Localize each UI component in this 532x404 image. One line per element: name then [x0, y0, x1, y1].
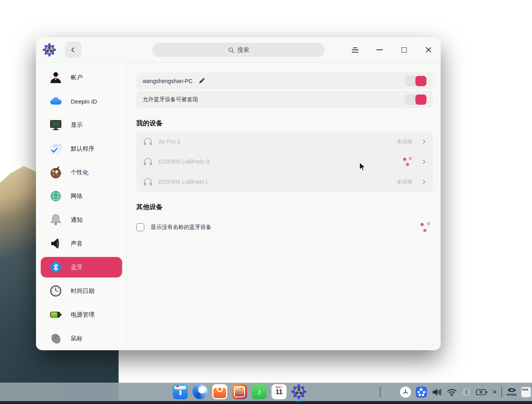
wifi-icon[interactable]: [447, 387, 457, 397]
sidebar-item-network[interactable]: 网络: [38, 184, 122, 208]
show-unnamed-label: 显示没有名称的蓝牙设备: [151, 224, 211, 231]
headphones-icon: [143, 157, 153, 167]
image-viewer-icon[interactable]: [232, 384, 247, 399]
chevron-right-icon: [422, 179, 426, 184]
back-button[interactable]: [65, 42, 81, 58]
scanning-spinner: [420, 222, 430, 232]
discoverable-row: 允许蓝牙设备可被发现: [136, 91, 433, 108]
sidebar-label: Deepin ID: [71, 98, 97, 105]
search-icon: [228, 47, 234, 53]
dock-divider: [380, 387, 381, 397]
sidebar-item-personalization[interactable]: 个性化: [38, 160, 122, 184]
default-apps-icon: [49, 142, 63, 156]
sidebar-item-mouse[interactable]: 鼠标: [38, 327, 122, 350]
bluetooth-tray-icon[interactable]: [462, 387, 471, 397]
speaker-icon: [49, 236, 63, 251]
music-note-glyph: ♪: [257, 387, 262, 397]
switch-knob: [415, 76, 426, 86]
sidebar-label: 电源管理: [71, 311, 94, 319]
menu-icon: [352, 47, 358, 53]
my-devices-title: 我的设备: [136, 119, 433, 128]
search-placeholder: 搜索: [238, 46, 249, 54]
window-menu-button[interactable]: [343, 37, 367, 62]
sidebar-item-bluetooth[interactable]: 蓝牙: [41, 257, 122, 278]
device-row-lollipods-l[interactable]: EDIFIER LolliPods L 未连接: [136, 172, 433, 192]
sidebar-label: 时间日期: [71, 287, 94, 295]
system-tray: > NVIDIA: [400, 383, 531, 401]
bluetooth-settings-panel: wangshengshan-PC 允许蓝牙设备可被发现 我的设备: [126, 62, 441, 350]
discoverable-switch[interactable]: [405, 94, 426, 105]
sidebar-item-time-date[interactable]: 时间日期: [38, 279, 122, 303]
mouse-cursor: [358, 162, 367, 172]
dots-grid-tray-icon[interactable]: [416, 387, 427, 398]
control-center-logo-icon: [43, 43, 56, 57]
my-devices-list: Air Pro 3 未连接 EDIFIER LolliPods R: [136, 132, 433, 192]
device-name: EDIFIER LolliPods L: [158, 179, 209, 185]
maximize-icon: [402, 47, 407, 53]
sidebar-label: 通知: [71, 216, 83, 224]
control-center-dock-icon[interactable]: [291, 384, 306, 399]
sidebar-label: 显示: [71, 121, 83, 129]
chevron-left-icon: [70, 46, 77, 53]
nvidia-label: NVIDIA: [507, 393, 517, 396]
file-manager-icon[interactable]: [173, 384, 188, 399]
show-unnamed-row: 显示没有名称的蓝牙设备: [136, 220, 433, 234]
maximize-button[interactable]: [392, 37, 416, 62]
cloud-icon: [49, 94, 63, 108]
music-icon[interactable]: ♪: [252, 384, 267, 399]
tray-divider: [501, 387, 502, 397]
headphones-icon: [143, 136, 153, 147]
edit-hostname-icon[interactable]: [198, 77, 205, 85]
app-store-icon[interactable]: [212, 384, 227, 399]
close-icon: [425, 47, 432, 53]
settings-sidebar: 帐户 Deepin ID 显示: [36, 62, 126, 350]
device-status: 未连接: [397, 178, 412, 185]
device-row-air-pro-3[interactable]: Air Pro 3 未连接: [136, 132, 433, 152]
browser-icon[interactable]: [192, 384, 208, 399]
device-name: EDIFIER LolliPods R: [158, 159, 210, 165]
dock: ♪ MAY 11: [0, 383, 532, 401]
sidebar-item-display[interactable]: 显示: [38, 113, 122, 137]
sidebar-label: 网络: [71, 193, 83, 200]
account-icon: [49, 70, 63, 85]
close-button[interactable]: [416, 37, 441, 62]
sidebar-item-default-apps[interactable]: 默认程序: [38, 137, 122, 160]
connecting-spinner: [403, 157, 412, 166]
tray-expand-chevron-icon[interactable]: >: [492, 388, 496, 396]
sidebar-item-sound[interactable]: 声音: [38, 232, 122, 255]
show-unnamed-checkbox[interactable]: [136, 223, 144, 231]
bluetooth-icon: [49, 260, 63, 274]
network-globe-icon: [49, 189, 63, 203]
volume-icon[interactable]: [432, 387, 442, 397]
sidebar-item-accounts[interactable]: 帐户: [38, 66, 122, 89]
sidebar-label: 声音: [71, 240, 83, 247]
calendar-icon[interactable]: MAY 11: [272, 384, 287, 399]
minimize-icon: [376, 49, 383, 50]
chevron-right-icon: [422, 159, 426, 164]
bluetooth-adapter-switch[interactable]: [405, 76, 426, 86]
input-method-tray-icon[interactable]: [521, 387, 531, 397]
switch-knob: [415, 94, 426, 105]
device-status: 未连接: [397, 138, 412, 145]
sidebar-item-power[interactable]: 电源管理: [38, 303, 122, 327]
clock-icon: [49, 284, 63, 298]
device-name: Air Pro 3: [158, 138, 180, 145]
search-input[interactable]: 搜索: [152, 43, 324, 57]
power-battery-icon[interactable]: [476, 388, 488, 396]
defender-icon[interactable]: [400, 387, 411, 398]
titlebar[interactable]: 搜索: [36, 37, 441, 62]
mouse-icon: [49, 331, 63, 345]
hostname-row: wangshengshan-PC: [136, 72, 433, 89]
sidebar-item-deepin-id[interactable]: Deepin ID: [38, 89, 122, 113]
control-center-window: 搜索: [36, 37, 441, 350]
chevron-right-icon: [422, 139, 426, 144]
sidebar-item-notification[interactable]: 通知: [38, 208, 122, 232]
device-row-lollipods-r[interactable]: EDIFIER LolliPods R: [136, 152, 433, 172]
discoverable-label: 允许蓝牙设备可被发现: [143, 96, 198, 103]
sidebar-label: 帐户: [71, 74, 83, 81]
sidebar-label: 鼠标: [71, 335, 83, 342]
sidebar-label: 默认程序: [71, 145, 94, 153]
minimize-button[interactable]: [367, 37, 392, 62]
active-app-indicator: [296, 400, 302, 401]
nvidia-icon[interactable]: NVIDIA: [507, 387, 517, 396]
